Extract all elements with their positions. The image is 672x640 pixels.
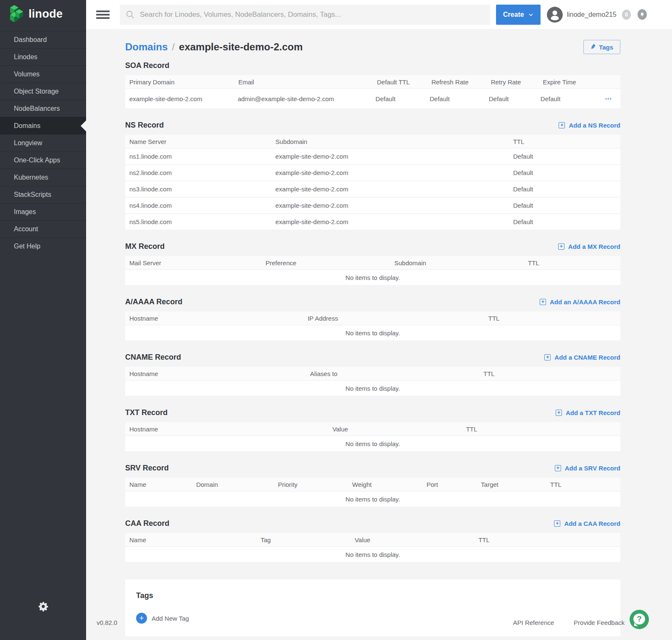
edit-tags-button[interactable]: ✎ Tags: [583, 40, 620, 54]
sidebar-item-label: Kubernetes: [14, 174, 48, 181]
record-table: Primary DomainEmailDefault TTLRefresh Ra…: [125, 75, 620, 109]
table-cell: admin@example-site-demo-2.com: [234, 95, 371, 102]
add-record-link-caa[interactable]: + Add a CAA Record: [554, 520, 620, 527]
table-cell: ns3.linode.com: [125, 185, 271, 193]
sidebar-item-linodes[interactable]: Linodes: [0, 48, 86, 65]
sidebar-item-images[interactable]: Images: [0, 203, 86, 220]
record-table: Mail ServerPreferenceSubdomainTTL No ite…: [125, 256, 620, 286]
plus-square-icon: +: [559, 122, 565, 128]
section-title: SOA Record: [125, 61, 169, 70]
table-cell: Default: [371, 95, 425, 102]
empty-row: No items to display.: [125, 436, 620, 452]
table-cell: Default: [485, 95, 536, 102]
add-record-link-cname[interactable]: + Add a CNAME Record: [544, 354, 620, 361]
add-record-link-label: Add an A/AAAA Record: [550, 298, 620, 306]
add-record-link-label: Add a NS Record: [569, 122, 620, 129]
record-table: HostnameAliases toTTL No items to displa…: [125, 367, 620, 397]
table-body: No items to display.: [125, 547, 620, 563]
create-button[interactable]: Create: [496, 5, 541, 25]
column-header: Mail Server: [125, 259, 261, 266]
column-header: Expire Time: [538, 78, 608, 86]
sidebar-item-label: One-Click Apps: [14, 157, 60, 164]
tags-card-title: Tags: [136, 591, 609, 600]
table-body: example-site-demo-2.comadmin@example-sit…: [125, 89, 620, 109]
settings-gear-icon[interactable]: [36, 599, 50, 615]
sidebar-item-nodebalancers[interactable]: NodeBalancers: [0, 100, 86, 117]
empty-row: No items to display.: [125, 491, 620, 507]
sidebar-item-label: Linodes: [14, 53, 37, 61]
sidebar-item-account[interactable]: Account: [0, 220, 86, 238]
sidebar-item-get-help[interactable]: Get Help: [0, 238, 86, 255]
table-row: ns3.linode.comexample-site-demo-2.comDef…: [125, 181, 620, 198]
sidebar-item-longview[interactable]: Longview: [0, 134, 86, 152]
section-title: MX Record: [125, 242, 165, 251]
table-header-row: Mail ServerPreferenceSubdomainTTL: [125, 256, 620, 270]
add-record-link-a[interactable]: + Add an A/AAAA Record: [540, 298, 620, 306]
column-header: Name Server: [125, 138, 271, 145]
app-version: v0.82.0: [97, 619, 117, 626]
sidebar-item-kubernetes[interactable]: Kubernetes: [0, 169, 86, 186]
row-actions-menu-icon[interactable]: •••: [605, 96, 620, 101]
sidebar-item-label: Longview: [14, 139, 42, 147]
user-menu[interactable]: linode_demo215: [547, 7, 616, 23]
breadcrumb-domains-link[interactable]: Domains: [125, 41, 168, 53]
sidebar-item-volumes[interactable]: Volumes: [0, 65, 86, 83]
sidebar-item-one-click-apps[interactable]: One-Click Apps: [0, 152, 86, 169]
bell-icon[interactable]: [638, 9, 647, 20]
column-header: Name: [125, 536, 256, 543]
add-record-link-label: Add a CNAME Record: [554, 354, 620, 361]
record-sections: SOA Record Primary DomainEmailDefault TT…: [125, 60, 620, 563]
add-record-link-ns[interactable]: + Add a NS Record: [559, 122, 620, 129]
record-table: HostnameValueTTL No items to display.: [125, 422, 620, 452]
empty-row: No items to display.: [125, 381, 620, 397]
plus-square-icon: +: [554, 520, 560, 527]
column-header: TTL: [474, 536, 620, 543]
table-cell: Default: [509, 169, 620, 176]
help-button[interactable]: ?: [630, 610, 649, 629]
search-input[interactable]: [139, 10, 484, 19]
sidebar-nav-list: Dashboard Linodes Volumes Object Storage…: [0, 31, 86, 255]
sidebar-item-stackscripts[interactable]: StackScripts: [0, 186, 86, 203]
sidebar-item-label: Volumes: [14, 71, 39, 78]
menu-icon[interactable]: [95, 9, 110, 21]
breadcrumb: Domains / example-site-demo-2.com: [125, 41, 303, 53]
column-header: TTL: [509, 138, 620, 145]
footer-links: API Reference Provide Feedback: [513, 619, 625, 626]
empty-row: No items to display.: [125, 270, 620, 286]
add-record-link-label: Add a MX Record: [568, 243, 620, 250]
username: linode_demo215: [567, 11, 616, 18]
sidebar-item-object-storage[interactable]: Object Storage: [0, 83, 86, 100]
table-header-row: Primary DomainEmailDefault TTLRefresh Ra…: [125, 75, 620, 89]
provide-feedback-link[interactable]: Provide Feedback: [574, 619, 625, 626]
column-header: Primary Domain: [125, 78, 234, 86]
table-cell: Default: [536, 95, 605, 102]
record-section-cname: CNAME Record + Add a CNAME Record Hostna…: [125, 352, 620, 397]
column-header: Priority: [274, 481, 348, 488]
sidebar-item-label: Account: [14, 225, 38, 233]
table-row: ns2.linode.comexample-site-demo-2.comDef…: [125, 165, 620, 181]
record-section-soa: SOA Record Primary DomainEmailDefault TT…: [125, 60, 620, 109]
empty-text: No items to display.: [346, 496, 400, 503]
plus-square-icon: +: [540, 299, 546, 305]
add-record-link-txt[interactable]: + Add a TXT Record: [556, 409, 620, 416]
add-record-link-mx[interactable]: + Add a MX Record: [558, 243, 620, 250]
empty-text: No items to display.: [346, 385, 400, 392]
plus-square-icon: +: [544, 354, 551, 360]
table-header-row: HostnameValueTTL: [125, 422, 620, 436]
table-cell: Default: [509, 185, 620, 193]
sidebar-item-domains[interactable]: Domains: [0, 117, 86, 134]
page-title: example-site-demo-2.com: [179, 41, 303, 53]
section-title: CAA Record: [125, 519, 169, 528]
add-record-link-srv[interactable]: + Add a SRV Record: [555, 465, 620, 472]
sidebar-item-label: Images: [14, 208, 36, 216]
add-record-link-label: Add a TXT Record: [566, 409, 620, 416]
table-body: No items to display.: [125, 381, 620, 397]
record-section-a: A/AAAA Record + Add an A/AAAA Record Hos…: [125, 296, 620, 341]
sidebar-item-dashboard[interactable]: Dashboard: [0, 31, 86, 48]
table-row: ns4.linode.comexample-site-demo-2.comDef…: [125, 198, 620, 214]
api-reference-link[interactable]: API Reference: [513, 619, 554, 626]
linode-logo[interactable]: linode: [0, 0, 86, 27]
plus-square-icon: +: [556, 410, 562, 416]
empty-text: No items to display.: [346, 329, 400, 337]
table-cell: example-site-demo-2.com: [271, 153, 509, 160]
